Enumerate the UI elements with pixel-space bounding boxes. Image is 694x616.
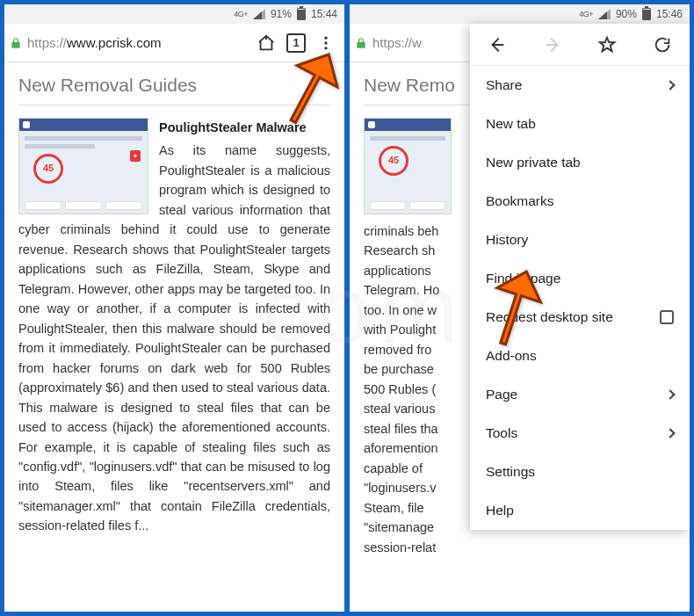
battery-icon [297, 8, 306, 20]
svg-point-2 [324, 47, 327, 49]
battery-percent: 91% [271, 8, 292, 20]
menu-settings[interactable]: Settings [470, 453, 690, 491]
menu-label: Bookmarks [486, 193, 554, 209]
tabs-button[interactable]: 1 [286, 33, 306, 53]
chevron-right-icon [665, 80, 675, 90]
chevron-right-icon [665, 428, 675, 438]
menu-new-private-tab[interactable]: New private tab [470, 143, 690, 182]
menu-label: Page [486, 387, 517, 402]
battery-percent: 90% [616, 8, 637, 20]
menu-label: Help [486, 503, 514, 518]
browser-menu: Share New tab New private tab Bookmarks … [470, 24, 690, 530]
address-bar[interactable]: https://www.pcrisk.com [10, 35, 246, 50]
url-host: www.pcrisk.com [67, 35, 162, 50]
bookmark-star-button[interactable] [580, 35, 635, 54]
url-truncated: https://w [372, 35, 422, 50]
clock: 15:44 [311, 8, 337, 20]
network-indicator: 4G+ [579, 10, 593, 18]
menu-label: Share [486, 77, 522, 93]
screenshot-right: 4G+ 90% 15:46 https://w New Remo 45 [350, 4, 690, 612]
url-scheme: https:// [27, 35, 67, 50]
menu-find-in-page[interactable]: Find in page [470, 259, 690, 298]
home-button[interactable] [253, 30, 279, 56]
menu-label: Settings [486, 464, 535, 480]
status-bar: 4G+ 90% 15:46 [350, 4, 690, 24]
chevron-right-icon [665, 389, 675, 399]
tab-count: 1 [293, 36, 299, 49]
reload-button[interactable] [635, 35, 690, 54]
network-indicator: 4G+ [234, 10, 248, 18]
menu-addons[interactable]: Add-ons [470, 337, 690, 375]
article-body: criminals behResearch shapplicationsTele… [364, 224, 439, 554]
menu-nav-row [470, 24, 690, 66]
menu-label: Add-ons [486, 348, 537, 364]
menu-label: Find in page [486, 271, 560, 286]
thumb-tag: ● [130, 150, 141, 162]
menu-page[interactable]: Page [470, 375, 690, 414]
back-button[interactable] [470, 35, 525, 54]
status-bar: 4G+ 91% 15:44 [4, 4, 344, 24]
signal-icon [598, 9, 611, 19]
menu-new-tab[interactable]: New tab [470, 105, 690, 143]
clock: 15:46 [656, 8, 683, 20]
menu-request-desktop[interactable]: Request desktop site [470, 298, 690, 337]
menu-share[interactable]: Share [470, 66, 690, 105]
lock-icon [10, 37, 22, 49]
svg-point-1 [324, 41, 327, 44]
battery-icon [642, 8, 651, 20]
thumb-score: 45 [379, 146, 408, 176]
section-heading: New Removal Guides [18, 75, 330, 105]
menu-label: New tab [486, 116, 536, 132]
menu-label: Tools [486, 425, 517, 441]
menu-label: History [486, 232, 528, 248]
forward-button [525, 35, 581, 54]
menu-history[interactable]: History [470, 221, 690, 259]
browser-toolbar: https://www.pcrisk.com 1 [4, 24, 344, 62]
menu-bookmarks[interactable]: Bookmarks [470, 182, 690, 221]
article-thumbnail[interactable]: 45 ● [18, 118, 148, 214]
menu-help[interactable]: Help [470, 491, 690, 530]
article: 45 ● PoulightStealer Malware As its name… [18, 118, 330, 536]
checkbox-icon[interactable] [660, 310, 674, 324]
menu-label: Request desktop site [486, 309, 613, 325]
svg-point-0 [324, 36, 327, 39]
signal-icon [253, 9, 265, 19]
menu-button[interactable] [313, 30, 339, 56]
thumb-score: 45 [33, 154, 63, 184]
page-content: New Removal Guides 45 ● PoulightStealer … [4, 62, 344, 612]
menu-tools[interactable]: Tools [470, 414, 690, 453]
menu-label: New private tab [486, 155, 581, 170]
screenshot-left: 4G+ 91% 15:44 https://www.pcrisk.com 1 N… [4, 4, 344, 612]
article-thumbnail[interactable]: 45 [364, 118, 452, 214]
lock-icon [355, 37, 367, 49]
